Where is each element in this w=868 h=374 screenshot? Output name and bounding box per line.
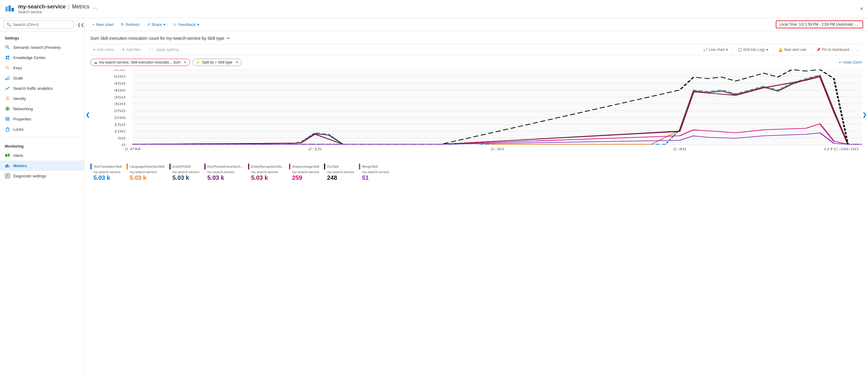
- app-icon: [5, 4, 14, 14]
- time-range-label: Local Time: 1/3 1:59 PM - 2:59 PM (Autom…: [779, 22, 860, 27]
- toolbar-sep-2: [773, 47, 773, 52]
- new-alert-rule-button[interactable]: 🔔 New alert rule: [776, 46, 809, 53]
- legend-color-key-phrase: [204, 164, 206, 170]
- metrics-icon: [5, 163, 10, 168]
- feedback-button[interactable]: ☺ Feedback ▾: [170, 21, 202, 28]
- legend-value: 5.03 k: [90, 174, 122, 181]
- search-placeholder: Search (Ctrl+/): [13, 22, 38, 27]
- more-options-button[interactable]: ...: [854, 46, 862, 53]
- filter-icon: ▼: [121, 47, 125, 52]
- sidebar-item-keys[interactable]: Keys: [0, 63, 84, 73]
- legend-service: my-search-service: [324, 170, 354, 174]
- pin-dashboard-button[interactable]: 📌 Pin to dashboard: [814, 46, 852, 53]
- time-range-button[interactable]: Local Time: 1/3 1:59 PM - 2:59 PM (Autom…: [776, 21, 863, 28]
- sidebar-item-search-traffic[interactable]: Search traffic analytics: [0, 83, 84, 93]
- line-chart-icon: 📈: [703, 47, 708, 52]
- sidebar-item-knowledge-center[interactable]: Knowledge Center: [0, 53, 84, 63]
- alerts-icon: [5, 153, 10, 158]
- sidebar-item-networking[interactable]: Networking: [0, 104, 84, 114]
- chart-title-row: Sum Skill execution invocation count for…: [90, 36, 862, 41]
- sidebar-item-diagnostic[interactable]: Diagnostic settings: [0, 171, 84, 181]
- sidebar-item-label: Properties: [13, 117, 31, 121]
- add-metric-button[interactable]: ✦ Add metric: [90, 46, 117, 53]
- undo-icon: ↩: [839, 60, 842, 64]
- add-metric-icon: ✦: [93, 47, 96, 52]
- svg-text:2:15: 2:15: [308, 147, 321, 151]
- toolbar-sep-3: [811, 47, 811, 52]
- split-icon: ⚡: [195, 60, 200, 64]
- top-toolbar: + New chart ↻ Refresh ↗ Share ▾ ☺ Feedba…: [84, 18, 868, 31]
- line-chart-button[interactable]: 📈 Line chart ▾: [701, 46, 730, 53]
- close-button[interactable]: ×: [860, 6, 863, 12]
- sidebar-item-locks[interactable]: Locks: [0, 124, 84, 134]
- sidebar-item-identity[interactable]: Identity: [0, 93, 84, 104]
- legend-label: LanguageDetectionSkill: [130, 165, 164, 168]
- drill-logs-label: Drill into Logs: [744, 47, 766, 52]
- header-more-button[interactable]: ...: [93, 4, 98, 10]
- legend-label: EntityPIISkill: [173, 165, 191, 168]
- sidebar-item-scale[interactable]: Scale: [0, 73, 84, 83]
- svg-text:350: 350: [114, 96, 126, 99]
- svg-text:300: 300: [114, 102, 126, 106]
- scale-icon: [5, 75, 10, 81]
- sidebar-item-semantic-search[interactable]: Semantic Search (Preview): [0, 42, 84, 53]
- drill-logs-button[interactable]: 📋 Drill into Logs ▾: [735, 46, 771, 53]
- metrics-chart: 550 500 450 400 350 300 250 200 150 100 …: [90, 70, 862, 154]
- sidebar-collapse-button[interactable]: ❮❮: [77, 18, 84, 31]
- undo-zoom-button[interactable]: ↩ Undo Zoom: [839, 60, 862, 64]
- svg-text:500: 500: [114, 75, 126, 78]
- sidebar-item-label: Semantic Search (Preview): [13, 45, 61, 50]
- share-button[interactable]: ↗ Share ▾: [144, 21, 169, 28]
- metric-pill: ☁ my-search-service, Skill execution inv…: [90, 59, 190, 66]
- svg-text:400: 400: [114, 89, 126, 92]
- sidebar-search-area: 🔍 Search (Ctrl+/): [0, 18, 77, 31]
- svg-text:450: 450: [114, 82, 126, 85]
- legend-value: 51: [359, 174, 389, 181]
- svg-text:50: 50: [118, 137, 125, 140]
- knowledge-icon: [5, 55, 10, 60]
- chart-nav-right-button[interactable]: ❯: [862, 111, 867, 118]
- chart-area: Sum Skill execution invocation count for…: [84, 31, 868, 374]
- svg-rect-0: [5, 7, 8, 11]
- feedback-chevron-icon: ▾: [197, 22, 199, 27]
- legend-service: my-search-service: [204, 170, 243, 174]
- properties-icon: [5, 116, 10, 122]
- header-title: my-search-service | Metrics ...: [18, 4, 98, 10]
- undo-zoom-label: Undo Zoom: [843, 60, 862, 64]
- legend-service: my-search-service: [169, 170, 199, 174]
- toolbar-sep-1: [733, 47, 733, 52]
- edit-title-icon[interactable]: ✏: [227, 36, 230, 41]
- add-filter-button[interactable]: ▼ Add filter: [119, 46, 143, 53]
- plus-icon: +: [92, 22, 95, 27]
- add-metric-label: Add metric: [97, 47, 114, 52]
- svg-rect-27: [8, 166, 10, 167]
- lock-icon: [5, 127, 10, 132]
- sidebar-item-metrics[interactable]: Metrics: [0, 161, 84, 171]
- sidebar: 🔍 Search (Ctrl+/) ❮❮ Settings Semantic S…: [0, 18, 84, 374]
- metric-pills-row: ☁ my-search-service, Skill execution inv…: [90, 59, 862, 66]
- sidebar-divider: [5, 137, 79, 137]
- legend-color-entity-pii: [169, 164, 170, 170]
- header-pipe: |: [68, 4, 70, 10]
- monitoring-section-label: Monitoring: [0, 139, 84, 150]
- svg-point-3: [6, 45, 8, 48]
- split-pill-close[interactable]: ✕: [236, 60, 239, 64]
- new-chart-button[interactable]: + New chart: [89, 21, 117, 28]
- legend-item: EntityRecognitionSki... my-search-servic…: [248, 164, 284, 181]
- chart-nav-left-button[interactable]: ❮: [86, 111, 90, 118]
- metric-pill-close[interactable]: ✕: [184, 60, 187, 64]
- svg-text:250: 250: [114, 109, 126, 113]
- apply-splitting-button[interactable]: ⋮⋮ Apply splitting: [146, 46, 181, 53]
- svg-rect-19: [5, 117, 10, 118]
- search-input[interactable]: 🔍 Search (Ctrl+/): [4, 21, 73, 29]
- pin-icon: 📌: [816, 47, 821, 52]
- drill-logs-icon: 📋: [738, 47, 742, 52]
- sidebar-item-alerts[interactable]: Alerts: [0, 150, 84, 161]
- legend-service: my-search-service: [90, 170, 122, 174]
- sidebar-item-properties[interactable]: Properties: [0, 114, 84, 124]
- header-subtitle: Search service: [18, 10, 98, 14]
- legend-item: AnalyzeImageSkill my-search-service 259: [289, 164, 319, 181]
- legend-color-entity-recog: [248, 164, 249, 170]
- svg-rect-5: [6, 56, 7, 58]
- refresh-button[interactable]: ↻ Refresh: [118, 21, 143, 28]
